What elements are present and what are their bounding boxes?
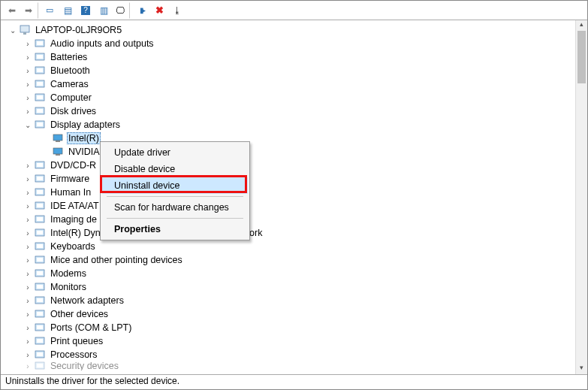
chevron-right-icon[interactable]: › bbox=[23, 174, 32, 183]
context-menu-item[interactable]: Uninstall device bbox=[102, 177, 248, 194]
chevron-right-icon[interactable]: › bbox=[23, 361, 32, 370]
tree-category[interactable]: ›Batteries bbox=[5, 50, 575, 64]
chevron-right-icon[interactable]: › bbox=[23, 80, 32, 89]
tree-item-label: Cameras bbox=[49, 79, 90, 89]
chevron-right-icon[interactable]: › bbox=[23, 93, 32, 102]
device-icon bbox=[34, 281, 46, 293]
tree-category[interactable]: ›Security devices bbox=[5, 361, 575, 370]
tree-category[interactable]: ›Modems bbox=[5, 267, 575, 280]
context-menu-item[interactable]: Properties bbox=[102, 221, 248, 237]
properties-icon[interactable] bbox=[59, 2, 76, 19]
tree-category[interactable]: ›Ports (COM & LPT) bbox=[5, 321, 575, 334]
chevron-right-icon[interactable]: › bbox=[23, 323, 32, 332]
chevron-right-icon[interactable]: › bbox=[23, 337, 32, 346]
tree-category[interactable]: ›Keyboards bbox=[5, 240, 575, 253]
tree-item-label: Monitors bbox=[49, 282, 88, 292]
tree-item-label: Human In bbox=[49, 187, 92, 198]
svg-rect-15 bbox=[37, 122, 43, 126]
svg-rect-41 bbox=[37, 298, 43, 302]
chevron-right-icon[interactable]: › bbox=[23, 39, 32, 48]
vertical-scrollbar[interactable]: ▴ ▾ bbox=[575, 20, 587, 374]
tree-category[interactable]: ›Print queues bbox=[5, 334, 575, 348]
action-icon[interactable] bbox=[95, 2, 112, 19]
tree-category[interactable]: ›Mice and other pointing devices bbox=[5, 253, 575, 267]
tree-root[interactable]: ⌄LAPTOP-0LJR9OR5 bbox=[5, 23, 575, 37]
device-icon bbox=[34, 349, 46, 361]
tree-category[interactable]: ›Intel(R) Dynamic Platform and Thermal F… bbox=[5, 226, 575, 240]
tree-category[interactable]: ›Computer bbox=[5, 91, 575, 104]
tree-category[interactable]: ›Audio inputs and outputs bbox=[5, 37, 575, 50]
context-menu-item[interactable]: Update driver bbox=[102, 144, 248, 161]
chevron-right-icon[interactable]: › bbox=[23, 255, 32, 265]
tree-category[interactable]: ›Disk drives bbox=[5, 104, 575, 118]
tree-category[interactable]: ›Other devices bbox=[5, 307, 575, 321]
chevron-down-icon[interactable]: ⌄ bbox=[8, 26, 17, 35]
device-icon bbox=[34, 51, 46, 63]
tree-device[interactable]: Intel(R) bbox=[5, 132, 575, 145]
tree-device[interactable]: NVIDIA bbox=[5, 145, 575, 159]
context-menu-item[interactable]: Disable device bbox=[102, 161, 248, 177]
context-menu-item[interactable]: Scan for hardware changes bbox=[102, 199, 248, 216]
scroll-thumb[interactable] bbox=[577, 31, 586, 83]
chevron-right-icon[interactable]: › bbox=[23, 310, 32, 319]
tree-item-label: Mice and other pointing devices bbox=[49, 255, 184, 265]
tree-category[interactable]: ›Firmware bbox=[5, 172, 575, 186]
chevron-right-icon[interactable]: › bbox=[23, 188, 32, 197]
tree-category[interactable]: ›IDE ATA/AT bbox=[5, 199, 575, 213]
chevron-right-icon[interactable]: › bbox=[23, 269, 32, 278]
chevron-right-icon[interactable]: › bbox=[23, 350, 32, 359]
tree-item-label: Imaging de bbox=[49, 214, 98, 225]
tree-category[interactable]: ⌄Display adapters bbox=[5, 118, 575, 132]
tree-category[interactable]: ›Bluetooth bbox=[5, 64, 575, 77]
chevron-right-icon[interactable]: › bbox=[23, 215, 32, 224]
help-icon[interactable] bbox=[77, 2, 94, 19]
context-menu-separator bbox=[107, 218, 243, 219]
device-icon bbox=[34, 105, 46, 117]
scan-icon[interactable] bbox=[169, 2, 185, 19]
device-icon bbox=[34, 159, 46, 171]
tree-item-label: Keyboards bbox=[49, 241, 97, 252]
tree-item-label: Batteries bbox=[49, 52, 89, 62]
chevron-right-icon[interactable]: › bbox=[23, 201, 32, 210]
device-icon bbox=[34, 78, 46, 90]
device-icon bbox=[34, 173, 46, 185]
tree-category[interactable]: ›Processors bbox=[5, 348, 575, 361]
chevron-right-icon[interactable]: › bbox=[23, 242, 32, 251]
tree-category[interactable]: ›Imaging de bbox=[5, 213, 575, 226]
device-icon bbox=[34, 254, 46, 266]
tree-category[interactable]: ›Human In bbox=[5, 186, 575, 199]
chevron-right-icon[interactable]: › bbox=[23, 161, 32, 170]
chevron-right-icon[interactable]: › bbox=[23, 66, 32, 75]
context-menu-separator bbox=[107, 196, 243, 197]
device-icon bbox=[34, 295, 46, 307]
chevron-down-icon[interactable]: ⌄ bbox=[23, 120, 32, 129]
scroll-up-icon[interactable]: ▴ bbox=[576, 20, 587, 31]
svg-rect-37 bbox=[37, 271, 43, 275]
tree-item-label: Display adapters bbox=[49, 119, 122, 130]
monitors-icon[interactable] bbox=[113, 2, 130, 19]
context-menu: Update driverDisable deviceUninstall dev… bbox=[100, 141, 250, 240]
tree-item-label: Audio inputs and outputs bbox=[49, 38, 155, 49]
show-hide-console-tree-icon[interactable] bbox=[41, 2, 58, 19]
forward-icon[interactable] bbox=[22, 2, 38, 19]
chevron-right-icon[interactable]: › bbox=[23, 283, 32, 292]
device-tree[interactable]: ⌄LAPTOP-0LJR9OR5›Audio inputs and output… bbox=[1, 20, 575, 374]
tree-category[interactable]: ›Monitors bbox=[5, 280, 575, 294]
tree-item-label: Processors bbox=[49, 349, 99, 360]
device-icon bbox=[52, 146, 64, 158]
tree-category[interactable]: ›DVD/CD-R bbox=[5, 159, 575, 172]
tree-category[interactable]: ›Cameras bbox=[5, 77, 575, 91]
plugin-icon[interactable] bbox=[133, 2, 149, 19]
tree-category[interactable]: ›Network adapters bbox=[5, 294, 575, 307]
tree-item-label: Ports (COM & LPT) bbox=[49, 322, 133, 333]
chevron-right-icon[interactable]: › bbox=[23, 296, 32, 305]
svg-rect-47 bbox=[37, 339, 43, 343]
device-icon bbox=[34, 213, 46, 225]
device-icon bbox=[34, 268, 46, 280]
remove-icon[interactable] bbox=[151, 2, 167, 19]
chevron-right-icon[interactable]: › bbox=[23, 228, 32, 237]
chevron-right-icon[interactable]: › bbox=[23, 107, 32, 116]
chevron-right-icon[interactable]: › bbox=[23, 53, 32, 62]
back-icon[interactable] bbox=[4, 2, 20, 19]
scroll-down-icon[interactable]: ▾ bbox=[576, 364, 587, 374]
